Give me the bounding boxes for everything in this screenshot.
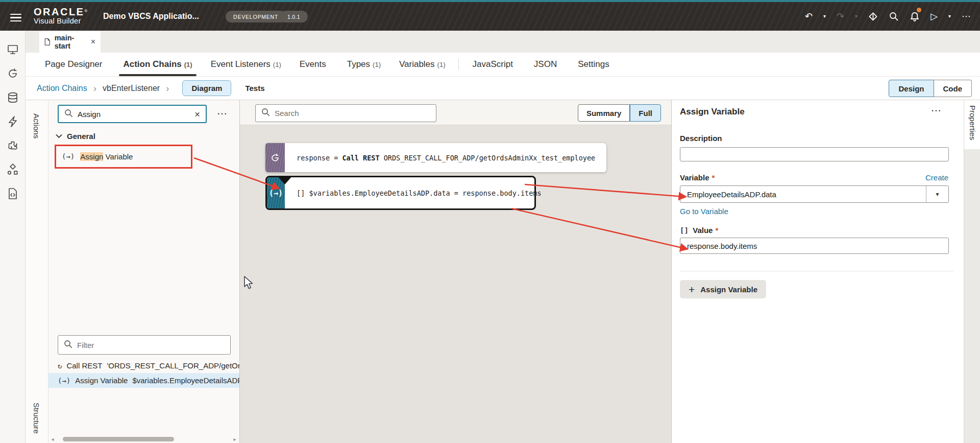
breadcrumb-chevron-icon: › [93,83,96,94]
left-navigator-rail [0,31,26,443]
scroll-left-icon[interactable]: ◂ [50,436,56,442]
run-caret-icon[interactable]: ▾ [948,14,951,19]
lightning-icon[interactable] [0,109,26,133]
value-label: [] Value* [680,226,718,235]
breadcrumb-action-chains-link[interactable]: Action Chains [37,84,87,93]
structure-row-call-rest[interactable]: ↻ Call REST 'ORDS_REST_CALL_FOR_ADP/getO… [48,358,240,373]
summary-full-toggle: Summary Full [578,104,661,122]
diagram-view-button[interactable]: Diagram [182,80,231,96]
left-panel-label-strip: Actions Structure [26,100,48,443]
add-assign-variable-button[interactable]: + Assign Variable [680,280,766,298]
undo-caret-icon[interactable]: ▾ [823,14,826,19]
tab-types[interactable]: Types(1) [338,53,390,76]
search-match-highlight: Assign [80,152,103,161]
structure-filter-box [58,335,231,355]
call-rest-icon: ↻ [58,362,62,370]
hamburger-menu-icon[interactable] [10,12,21,21]
call-rest-icon [270,153,280,163]
tab-main-start[interactable]: main-start × [39,31,101,53]
tab-action-chains[interactable]: Action Chains(1) [114,53,201,76]
notification-dot [917,8,921,12]
notifications-bell-icon[interactable] [910,11,920,22]
document-tab-strip [26,31,980,53]
tab-event-listeners[interactable]: Event Listeners(1) [202,53,290,76]
chevron-down-icon: ▾ [936,191,939,198]
properties-label-strip: Properties [964,100,980,443]
redo-caret-icon[interactable]: ▾ [855,14,857,19]
full-view-button[interactable]: Full [630,104,661,122]
properties-panel-tab[interactable]: Properties [968,105,977,140]
properties-overflow-icon[interactable]: ⋯ [931,104,942,116]
assign-variable-action-item[interactable]: (→) Assign Variable [57,145,138,168]
oracle-logo: ORACLE® Visual Builder [34,6,87,26]
tests-view-button[interactable]: Tests [236,81,273,96]
call-rest-node[interactable]: response = Call REST ORDS_REST_CALL_FOR_… [265,143,606,172]
database-icon[interactable] [0,85,26,109]
code-file-icon[interactable] [0,181,26,205]
structure-list: ↻ Call REST 'ORDS_REST_CALL_FOR_ADP/getO… [48,358,240,388]
general-section-header[interactable]: General [56,132,95,141]
redo-icon[interactable]: ↷ [837,12,844,21]
app-header: ORACLE® Visual Builder Demo VBCS Applica… [0,0,980,31]
structure-filter-input[interactable] [77,341,230,349]
structure-row-assign-variable[interactable]: (→) Assign Variable $variables.EmployeeD… [48,373,240,388]
tab-json[interactable]: JSON [525,53,569,76]
actions-search-input[interactable] [78,110,189,119]
code-mode-button[interactable]: Code [934,80,972,97]
artifact-nav-tabs: Page Designer Action Chains(1) Event Lis… [26,53,980,77]
description-input[interactable] [680,147,949,161]
assign-variable-icon: (→) [62,152,75,160]
tab-events[interactable]: Events [290,53,338,76]
logo-registered-mark: ® [84,9,87,13]
header-overflow-icon[interactable]: ⋯ [962,12,971,21]
tab-variables[interactable]: Variables(1) [390,53,455,76]
node-input-port [277,176,292,184]
call-rest-node-strip [265,143,285,172]
tab-settings[interactable]: Settings [569,53,621,76]
publish-changes-icon[interactable] [868,12,878,21]
puzzle-icon[interactable] [0,133,26,157]
call-rest-icon[interactable] [0,61,26,85]
monitor-icon[interactable] [0,37,26,61]
search-icon[interactable] [889,11,899,21]
value-input[interactable] [680,238,949,254]
run-play-icon[interactable]: ▷ [930,12,938,21]
scrollbar-thumb[interactable] [63,437,174,441]
layout-shapes-icon[interactable] [0,157,26,181]
tab-page-designer[interactable]: Page Designer [36,53,114,76]
diagram-search-input[interactable] [275,109,436,118]
assign-variable-icon: (→) [58,377,70,385]
assign-variable-node[interactable]: (→) [] $variables.EmployeeDetailsADP.dat… [265,176,536,210]
breadcrumb-current: vbEnterListener [103,84,160,93]
structure-panel-tab[interactable]: Structure [32,403,41,434]
properties-strip-rail [964,149,980,443]
actions-panel-tab[interactable]: Actions [32,113,41,138]
diagram-toolbar: Summary Full [240,100,671,125]
header-actions: ↶ ▾ ↷ ▾ ▷ ▾ ⋯ [805,2,971,31]
combo-dropdown-button[interactable]: ▾ [926,186,948,202]
actions-panel-overflow-icon[interactable]: ⋯ [217,107,228,120]
doc-tab-close-icon[interactable]: × [91,37,95,46]
doc-tab-label: main-start [55,34,87,50]
search-icon [261,108,270,119]
breadcrumb-chevron-icon: › [166,83,169,94]
go-to-variable-link[interactable]: Go to Variable [680,207,728,216]
required-asterisk: * [712,173,715,182]
tab-javascript[interactable]: JavaScript [463,53,524,76]
scroll-right-icon[interactable]: ▸ [232,436,238,442]
undo-icon[interactable]: ↶ [805,12,813,21]
assign-variable-icon: (→) [269,189,283,198]
design-mode-button[interactable]: Design [889,80,934,97]
variable-combobox[interactable]: EmployeeDetailsADP.data ▾ [680,185,949,203]
diagram-canvas[interactable]: response = Call REST ORDS_REST_CALL_FOR_… [240,125,671,443]
create-variable-link[interactable]: Create [925,173,948,182]
properties-title: Assign Variable [680,107,745,117]
variable-label: Variable* [680,173,715,182]
actions-panel: × ⋯ General (→) Assign Variable ↻ Call R… [48,100,240,443]
description-label: Description [680,134,722,143]
visual-builder-window: ORACLE® Visual Builder Demo VBCS Applica… [0,0,980,443]
summary-view-button[interactable]: Summary [578,104,630,122]
file-icon [44,38,51,46]
array-brackets-icon: [] [680,226,689,235]
clear-search-icon[interactable]: × [194,109,200,119]
